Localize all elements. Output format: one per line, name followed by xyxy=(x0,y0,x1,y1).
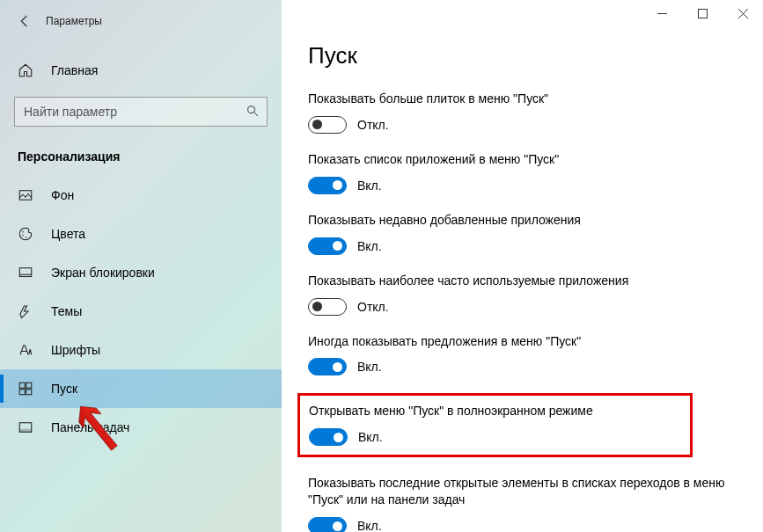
toggle-switch[interactable] xyxy=(308,237,347,255)
sidebar-item-label: Панель задач xyxy=(51,420,129,434)
svg-rect-10 xyxy=(19,268,32,277)
toggle-state-label: Откл. xyxy=(357,300,389,314)
setting-0: Показывать больше плиток в меню "Пуск"От… xyxy=(308,91,737,134)
svg-rect-15 xyxy=(26,390,32,395)
sidebar-item-lockscreen[interactable]: Экран блокировки xyxy=(0,253,282,292)
toggle-switch[interactable] xyxy=(308,298,347,316)
sidebar-item-taskbar[interactable]: Панель задач xyxy=(0,408,282,447)
svg-point-9 xyxy=(26,237,27,238)
setting-desc: Показывать больше плиток в меню "Пуск" xyxy=(308,91,737,107)
setting-desc: Показать список приложений в меню "Пуск" xyxy=(308,151,737,168)
maximize-button[interactable] xyxy=(682,0,723,26)
setting-3: Показывать наиболее часто используемые п… xyxy=(308,273,737,316)
fonts-icon xyxy=(18,342,39,358)
sidebar-item-home[interactable]: Главная xyxy=(0,53,282,88)
sidebar-item-label: Цвета xyxy=(51,227,85,241)
minimize-button[interactable] xyxy=(642,0,682,26)
svg-rect-1 xyxy=(698,9,707,18)
setting-5: Открывать меню "Пуск" в полноэкранном ре… xyxy=(297,393,693,457)
toggle-switch[interactable] xyxy=(308,358,347,375)
background-icon xyxy=(18,187,39,203)
sidebar-item-label: Темы xyxy=(51,304,82,318)
sidebar: Параметры Главная Персонализация ФонЦвет… xyxy=(0,0,282,532)
sidebar-item-fonts[interactable]: Шрифты xyxy=(0,331,282,369)
lockscreen-icon xyxy=(18,265,39,281)
svg-rect-13 xyxy=(26,383,32,388)
toggle-state-label: Вкл. xyxy=(357,239,382,253)
setting-4: Иногда показывать предложения в меню "Пу… xyxy=(308,333,737,376)
sidebar-item-label: Пуск xyxy=(51,382,77,396)
sidebar-item-label: Главная xyxy=(51,63,98,77)
back-button[interactable] xyxy=(7,7,42,35)
setting-6: Показывать последние открытые элементы в… xyxy=(308,475,737,532)
setting-desc: Показывать недавно добавленные приложени… xyxy=(308,212,737,229)
setting-desc: Показывать наиболее часто используемые п… xyxy=(308,273,737,289)
setting-2: Показывать недавно добавленные приложени… xyxy=(308,212,737,255)
svg-point-7 xyxy=(22,231,24,233)
window-title: Параметры xyxy=(46,15,102,27)
section-header: Персонализация xyxy=(0,142,282,176)
svg-point-4 xyxy=(248,106,255,113)
themes-icon xyxy=(18,303,39,319)
svg-point-8 xyxy=(22,235,24,237)
search-icon xyxy=(246,104,260,120)
toggle-state-label: Вкл. xyxy=(358,430,383,444)
content-area: Пуск Показывать больше плиток в меню "Пу… xyxy=(282,0,763,532)
toggle-state-label: Вкл. xyxy=(357,179,382,193)
taskbar-icon xyxy=(18,419,39,435)
sidebar-item-themes[interactable]: Темы xyxy=(0,292,282,331)
home-icon xyxy=(18,62,39,78)
colors-icon xyxy=(18,226,39,242)
search-input-container[interactable] xyxy=(14,97,268,127)
close-button[interactable] xyxy=(723,0,763,26)
sidebar-item-start[interactable]: Пуск xyxy=(0,369,282,408)
toggle-state-label: Откл. xyxy=(357,118,389,132)
toggle-switch[interactable] xyxy=(309,428,348,446)
sidebar-item-label: Фон xyxy=(51,188,74,202)
setting-1: Показать список приложений в меню "Пуск"… xyxy=(308,151,737,194)
toggle-switch[interactable] xyxy=(308,177,347,194)
svg-rect-12 xyxy=(19,383,25,388)
setting-desc: Открывать меню "Пуск" в полноэкранном ре… xyxy=(309,403,681,419)
sidebar-item-label: Шрифты xyxy=(51,343,100,357)
setting-desc: Показывать последние открытые элементы в… xyxy=(308,475,737,508)
sidebar-item-background[interactable]: Фон xyxy=(0,176,282,215)
setting-desc: Иногда показывать предложения в меню "Пу… xyxy=(308,333,737,350)
toggle-state-label: Вкл. xyxy=(357,360,382,374)
toggle-state-label: Вкл. xyxy=(357,519,382,532)
page-title: Пуск xyxy=(308,42,737,69)
svg-rect-14 xyxy=(19,390,25,395)
sidebar-item-label: Экран блокировки xyxy=(51,266,155,280)
svg-line-5 xyxy=(254,113,258,116)
svg-rect-17 xyxy=(19,429,32,432)
toggle-switch[interactable] xyxy=(308,517,347,532)
search-input[interactable] xyxy=(24,105,246,119)
start-icon xyxy=(18,381,39,397)
toggle-switch[interactable] xyxy=(308,116,347,134)
sidebar-item-colors[interactable]: Цвета xyxy=(0,215,282,253)
